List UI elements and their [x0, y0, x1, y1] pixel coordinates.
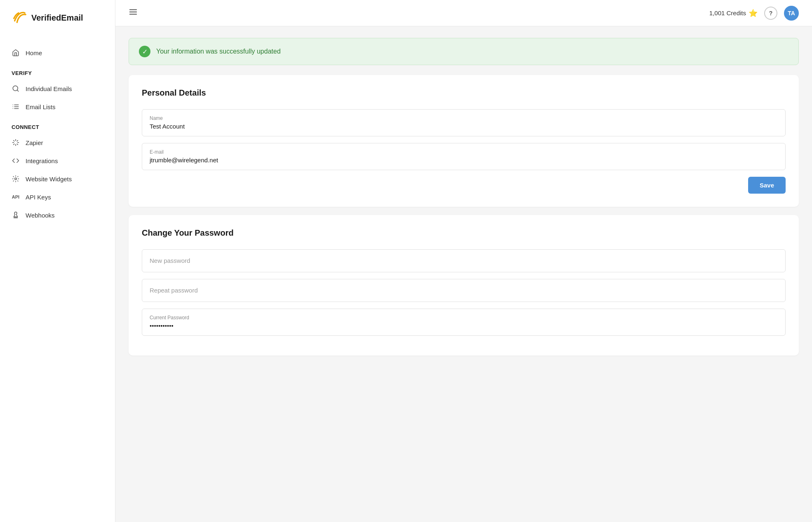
help-icon[interactable]: ?	[764, 7, 777, 20]
sidebar-logo: VerifiedEmail	[0, 0, 115, 35]
name-field-box: Name	[142, 109, 786, 136]
sidebar-item-zapier-label: Zapier	[26, 139, 43, 146]
current-password-label: Current Password	[150, 315, 778, 321]
sidebar-item-integrations[interactable]: Integrations	[0, 152, 115, 170]
repeat-password-input[interactable]	[150, 287, 778, 294]
personal-details-title: Personal Details	[142, 88, 786, 98]
sidebar-item-individual-emails[interactable]: Individual Emails	[0, 80, 115, 98]
sidebar-item-individual-emails-label: Individual Emails	[26, 85, 72, 92]
email-label: E-mail	[150, 149, 778, 155]
current-password-field-box: Current Password	[142, 309, 786, 336]
code-icon	[12, 157, 20, 165]
new-password-input[interactable]	[150, 257, 778, 264]
svg-line-11	[17, 144, 18, 145]
sidebar-item-email-lists[interactable]: Email Lists	[0, 98, 115, 116]
success-banner: ✓ Your information was successfully upda…	[129, 38, 799, 65]
credits-badge: 1,001 Credits ⭐	[709, 9, 758, 18]
sidebar-item-zapier[interactable]: Zapier	[0, 133, 115, 152]
repeat-password-field-box	[142, 279, 786, 302]
sidebar-item-webhooks[interactable]: Webhooks	[0, 206, 115, 224]
sidebar-item-website-widgets[interactable]: Website Widgets	[0, 170, 115, 188]
sidebar-item-webhooks-label: Webhooks	[26, 212, 55, 219]
name-input[interactable]	[150, 123, 778, 130]
search-icon	[12, 84, 20, 93]
new-password-field-box	[142, 249, 786, 272]
sidebar-item-website-widgets-label: Website Widgets	[26, 176, 72, 183]
change-password-title: Change Your Password	[142, 228, 786, 238]
credits-amount: 1,001 Credits	[709, 9, 746, 16]
svg-line-10	[14, 140, 14, 141]
svg-line-15	[17, 140, 18, 141]
page-content: ✓ Your information was successfully upda…	[115, 26, 812, 522]
home-icon	[12, 49, 20, 57]
svg-line-19	[13, 176, 14, 177]
header-left	[129, 7, 138, 19]
widget-icon	[12, 175, 20, 183]
header: 1,001 Credits ⭐ ? TA	[115, 0, 812, 26]
svg-line-24	[18, 176, 18, 177]
name-label: Name	[150, 115, 778, 121]
sidebar-item-api-keys[interactable]: API API Keys	[0, 188, 115, 206]
sidebar-item-home-label: Home	[26, 49, 42, 56]
sidebar: VerifiedEmail Home VERIFY Individual Ema…	[0, 0, 115, 522]
change-password-card: Change Your Password Current Password	[129, 215, 799, 356]
svg-line-23	[13, 181, 14, 181]
main-area: 1,001 Credits ⭐ ? TA ✓ Your information …	[115, 0, 812, 522]
email-field-box: E-mail	[142, 143, 786, 170]
svg-point-16	[15, 178, 17, 180]
sidebar-section-connect: CONNECT	[0, 116, 115, 133]
sidebar-navigation: Home VERIFY Individual Emails	[0, 35, 115, 232]
sidebar-item-integrations-label: Integrations	[26, 157, 58, 164]
svg-line-20	[18, 181, 18, 181]
avatar[interactable]: TA	[784, 6, 799, 21]
success-message: Your information was successfully update…	[156, 48, 281, 55]
success-check-icon: ✓	[139, 46, 150, 57]
webhook-icon	[12, 211, 20, 219]
current-password-input[interactable]	[150, 322, 778, 329]
save-button[interactable]: Save	[748, 177, 786, 194]
svg-line-14	[14, 144, 14, 145]
logo-icon	[12, 10, 27, 26]
api-icon: API	[12, 193, 20, 201]
header-right: 1,001 Credits ⭐ ? TA	[709, 6, 799, 21]
sidebar-item-home[interactable]: Home	[0, 44, 115, 62]
personal-details-card: Personal Details Name E-mail Save	[129, 75, 799, 207]
hamburger-icon[interactable]	[129, 7, 138, 19]
sidebar-section-verify: VERIFY	[0, 62, 115, 80]
zapier-icon	[12, 138, 20, 147]
email-input[interactable]	[150, 157, 778, 164]
list-icon	[12, 103, 20, 111]
logo-text: VerifiedEmail	[31, 13, 83, 23]
save-button-container: Save	[142, 177, 786, 194]
sidebar-item-email-lists-label: Email Lists	[26, 103, 56, 110]
sidebar-item-api-keys-label: API Keys	[26, 194, 51, 201]
svg-line-1	[17, 90, 18, 91]
credits-icon: ⭐	[749, 9, 758, 18]
